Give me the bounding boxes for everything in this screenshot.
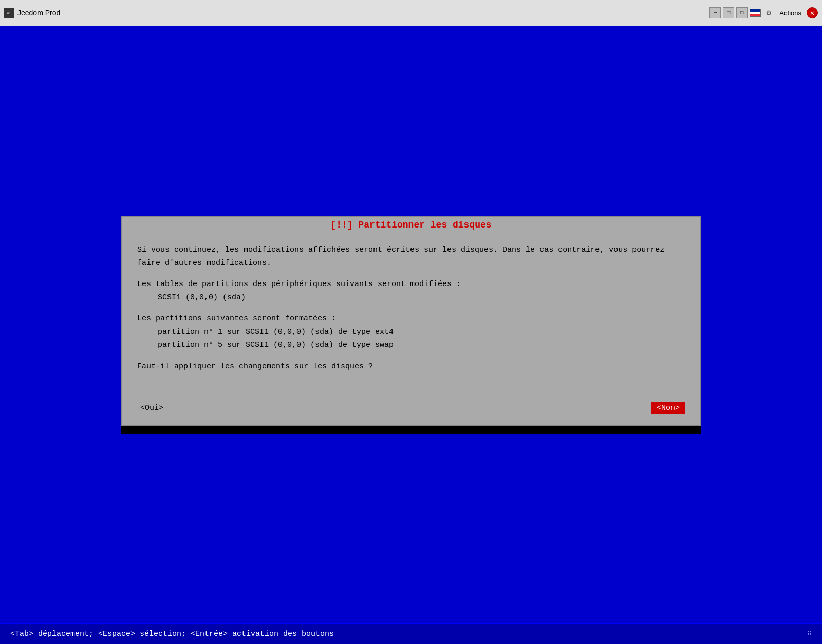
svg-rect-0 [6,9,13,16]
actions-button[interactable]: Actions [776,8,805,18]
main-content: [!!] Partitionner les disques Si vous co… [0,26,822,623]
svg-rect-1 [7,12,10,13]
question-text: Faut-il appliquer les changements sur le… [137,362,373,371]
close-button[interactable]: ✕ [807,7,818,18]
terminal-icon [4,8,14,18]
gear-icon[interactable]: ⚙ [763,7,774,18]
maximize-button[interactable]: □ [723,7,734,18]
dialog-title: [!!] Partitionner les disques [324,220,497,230]
oui-button[interactable]: <Oui> [137,403,166,413]
section1-item1: SCSI1 (0,0,0) (sda) [158,291,685,305]
section2-label: Les partitions suivantes seront formatée… [137,312,685,326]
flag-red-stripe [750,14,760,16]
dialog-section2: Les partitions suivantes seront formatée… [137,312,685,352]
dialog-bottom-strip [121,426,701,434]
section2-item2: partition n° 5 sur SCSI1 (0,0,0) (sda) d… [158,338,685,352]
statusbar-dots: ⠿ [807,630,812,638]
section1-label: Les tables de partitions des périphériqu… [137,278,685,291]
paragraph1-text: Si vous continuez, les modifications aff… [137,245,664,268]
minimize-button[interactable]: ─ [709,7,721,18]
dialog-footer: <Oui> <Non> [122,396,700,425]
partition-dialog: [!!] Partitionner les disques Si vous co… [121,216,701,426]
titlebar: Jeedom Prod ─ □ □ ⚙ Actions ✕ [0,0,822,26]
dialog-question: Faut-il appliquer les changements sur le… [137,360,685,373]
non-button[interactable]: <Non> [651,402,685,414]
dialog-paragraph1: Si vous continuez, les modifications aff… [137,243,685,270]
titlebar-left: Jeedom Prod [4,8,709,18]
statusbar: <Tab> déplacement; <Espace> sélection; <… [0,623,822,644]
section2-item1: partition n° 1 sur SCSI1 (0,0,0) (sda) d… [158,326,685,339]
dialog-titlebar: [!!] Partitionner les disques [122,217,700,233]
french-flag-icon [750,9,761,17]
svg-rect-2 [7,13,9,14]
dialog-section1: Les tables de partitions des périphériqu… [137,278,685,304]
window-title: Jeedom Prod [17,9,60,17]
restore-button[interactable]: □ [736,7,748,18]
statusbar-text: <Tab> déplacement; <Espace> sélection; <… [10,630,807,638]
dialog-body: Si vous continuez, les modifications aff… [122,233,700,396]
titlebar-controls: ─ □ □ ⚙ Actions ✕ [709,7,818,18]
